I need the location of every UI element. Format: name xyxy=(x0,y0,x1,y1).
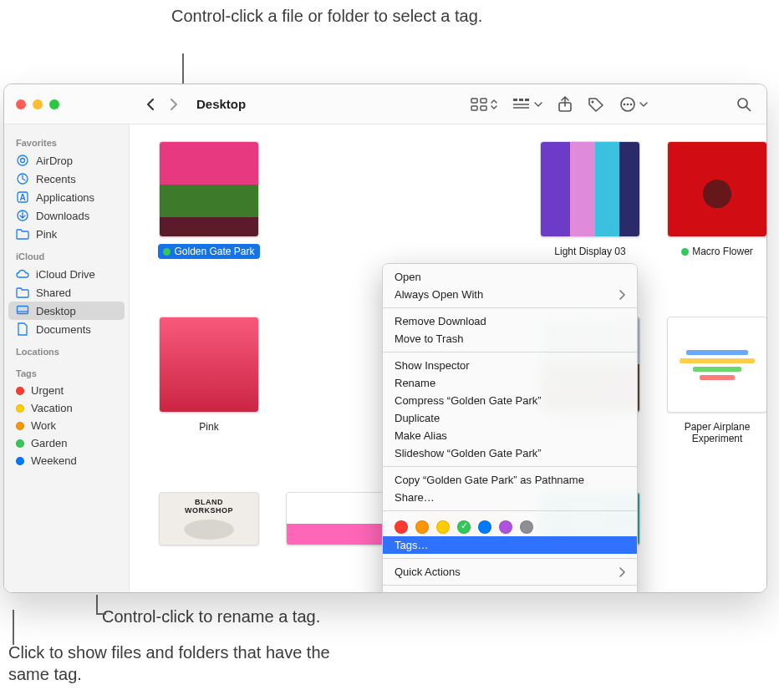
tag-color-swatch[interactable] xyxy=(499,520,512,534)
sidebar-item-recents[interactable]: Recents xyxy=(4,170,129,188)
context-menu-item-label: Duplicate xyxy=(395,412,440,424)
file-macro-flower[interactable]: Macro Flower xyxy=(654,141,766,308)
sidebar-item-label: Weekend xyxy=(31,454,77,467)
callout-top: Control-click a file or folder to select… xyxy=(171,5,482,27)
tag-color-swatch[interactable] xyxy=(478,520,491,534)
back-button[interactable] xyxy=(140,94,161,115)
sidebar-tag-vacation[interactable]: Vacation xyxy=(4,399,129,417)
sidebar-header-tags: Tags xyxy=(4,360,129,382)
tag-color-swatch[interactable] xyxy=(415,520,429,534)
tags-button[interactable] xyxy=(588,97,604,112)
file-paper-airplane[interactable]: Paper Airplane Experiment xyxy=(654,317,766,484)
share-button[interactable] xyxy=(558,96,573,113)
context-menu-item[interactable]: Compress “Golden Gate Park” xyxy=(383,392,637,409)
context-menu-item-label: Rename xyxy=(395,377,435,389)
context-menu-item[interactable]: Tags… xyxy=(383,536,637,554)
sidebar-header-icloud: iCloud xyxy=(4,243,129,265)
file-thumbnail xyxy=(286,492,386,545)
sidebar-item-desktop[interactable]: Desktop xyxy=(8,302,125,320)
svg-point-12 xyxy=(624,103,626,105)
context-menu-item-label: Share… xyxy=(395,491,435,504)
file-label: Golden Gate Park xyxy=(174,246,254,257)
svg-point-18 xyxy=(21,159,25,163)
context-menu-item[interactable]: Make Alias xyxy=(383,427,637,444)
sidebar-tag-weekend[interactable]: Weekend xyxy=(4,452,129,469)
maximize-button[interactable] xyxy=(49,99,59,109)
svg-point-13 xyxy=(627,103,629,105)
sidebar-tag-urgent[interactable]: Urgent xyxy=(4,382,129,399)
svg-rect-6 xyxy=(525,99,529,101)
context-menu-item[interactable]: Slideshow “Golden Gate Park” xyxy=(383,444,637,462)
svg-rect-1 xyxy=(481,99,486,103)
context-menu-item[interactable]: Always Open With xyxy=(383,286,637,303)
minimize-button[interactable] xyxy=(33,99,43,109)
context-menu-item-label: Slideshow “Golden Gate Park” xyxy=(395,447,542,459)
sidebar-item-airdrop[interactable]: AirDrop xyxy=(4,151,129,170)
context-menu-separator xyxy=(383,585,637,586)
sidebar-tag-work[interactable]: Work xyxy=(4,417,129,434)
callout-bottom: Click to show files and folders that hav… xyxy=(8,642,368,685)
callout-mid: Control-click to rename a tag. xyxy=(102,606,320,627)
group-by-button[interactable] xyxy=(512,98,542,111)
file-thumbnail xyxy=(667,141,766,237)
context-menu-item[interactable]: Set Desktop Picture xyxy=(383,590,637,592)
sidebar-item-label: Shared xyxy=(36,287,71,299)
file-label: Pink xyxy=(199,421,218,433)
svg-rect-5 xyxy=(519,99,523,101)
file-bland-workshop[interactable]: BLANDWORKSHOP xyxy=(146,492,272,592)
chevron-right-icon xyxy=(619,567,625,577)
content-area: Golden Gate Park Light Display 03 Macro … xyxy=(130,124,766,592)
sidebar-item-pink[interactable]: Pink xyxy=(4,225,129,243)
context-menu-item[interactable]: Duplicate xyxy=(383,409,637,427)
sidebar-item-icloud-drive[interactable]: iCloud Drive xyxy=(4,265,129,283)
shared-folder-icon xyxy=(16,286,29,299)
more-options-button[interactable] xyxy=(619,96,648,113)
svg-rect-23 xyxy=(18,307,28,314)
context-menu-item[interactable]: Rename xyxy=(383,374,637,392)
view-mode-button[interactable] xyxy=(471,98,497,111)
context-menu-item[interactable]: Remove Download xyxy=(383,312,637,330)
context-menu-item[interactable]: Copy “Golden Gate Park” as Pathname xyxy=(383,471,637,489)
context-menu-item[interactable]: Move to Trash xyxy=(383,330,637,347)
sidebar-item-label: Downloads xyxy=(36,210,89,222)
file-tag-dot xyxy=(681,248,689,256)
file-label: Light Display 03 xyxy=(554,246,625,257)
forward-button[interactable] xyxy=(163,94,185,115)
svg-point-14 xyxy=(630,103,633,105)
context-menu-item[interactable]: Show Inspector xyxy=(383,357,637,374)
search-button[interactable] xyxy=(736,97,751,112)
context-menu-separator xyxy=(383,352,637,353)
svg-line-16 xyxy=(746,107,751,111)
context-menu-item-label: Always Open With xyxy=(395,288,483,301)
sidebar-item-applications[interactable]: A Applications xyxy=(4,188,129,206)
sidebar-item-label: Recents xyxy=(36,173,76,185)
sidebar-item-label: Pink xyxy=(36,228,57,241)
sidebar-tag-garden[interactable]: Garden xyxy=(4,434,129,452)
sidebar-item-documents[interactable]: Documents xyxy=(4,320,129,338)
close-button[interactable] xyxy=(16,99,26,109)
context-menu-item-label: Copy “Golden Gate Park” as Pathname xyxy=(395,474,584,486)
finder-window: Desktop xyxy=(3,84,767,593)
sidebar-item-downloads[interactable]: Downloads xyxy=(4,206,129,225)
svg-rect-3 xyxy=(481,106,486,110)
file-hidden xyxy=(273,317,399,484)
sidebar-item-label: AirDrop xyxy=(36,155,73,167)
file-thumbnail xyxy=(159,141,259,237)
file-poster-pink[interactable] xyxy=(273,492,399,592)
folder-icon xyxy=(16,227,29,241)
sidebar-item-shared[interactable]: Shared xyxy=(4,283,129,302)
file-label: Macro Flower xyxy=(692,246,753,257)
tag-color-swatch[interactable] xyxy=(457,520,471,534)
file-golden-gate-park[interactable]: Golden Gate Park xyxy=(146,141,272,308)
tag-color-swatch[interactable] xyxy=(520,520,533,534)
file-pink[interactable]: Pink xyxy=(146,317,272,484)
context-menu-item[interactable]: Quick Actions xyxy=(383,563,637,581)
context-menu-item[interactable]: Open xyxy=(383,268,637,286)
tag-color-swatch[interactable] xyxy=(395,520,408,534)
context-menu-item-label: Show Inspector xyxy=(395,359,470,372)
sidebar-header-locations: Locations xyxy=(4,338,129,360)
window-controls xyxy=(4,99,73,109)
context-menu-item[interactable]: Share… xyxy=(383,489,637,506)
file-thumbnail xyxy=(159,317,259,413)
tag-color-swatch[interactable] xyxy=(436,520,450,534)
